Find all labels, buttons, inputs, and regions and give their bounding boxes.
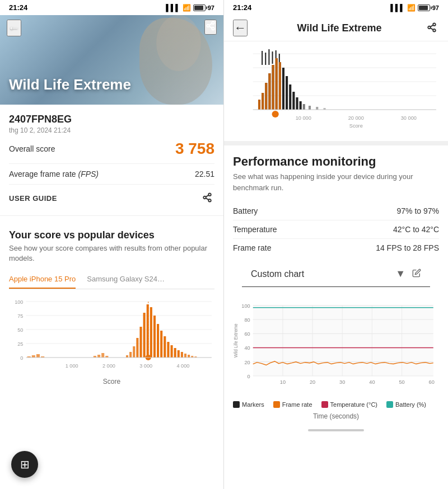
svg-rect-93 <box>309 106 311 110</box>
fab-button[interactable]: ⊞ <box>11 451 38 478</box>
tab-samsung[interactable]: Samsung Galaxy S24 (Ex <box>87 270 165 289</box>
device-tabs: Apple iPhone 15 Pro Samsung Galaxy S24 (… <box>9 270 214 289</box>
svg-rect-91 <box>279 54 280 62</box>
svg-rect-26 <box>101 353 104 358</box>
hero-share-button[interactable] <box>204 20 217 35</box>
legend-framerate: Frame rate <box>273 401 312 408</box>
svg-text:0: 0 <box>20 355 23 361</box>
svg-rect-38 <box>160 331 162 358</box>
battery-row: Battery 97% to 97% <box>233 202 439 220</box>
svg-point-0 <box>212 22 214 25</box>
chart-selector[interactable]: Custom chart ▼ <box>242 261 430 287</box>
svg-text:25: 25 <box>17 341 23 347</box>
svg-point-57 <box>428 26 431 29</box>
svg-rect-44 <box>181 352 183 358</box>
wifi-icon-left: 📶 <box>183 4 191 12</box>
svg-point-7 <box>208 199 211 202</box>
user-guide-label[interactable]: USER GUIDE <box>9 194 57 203</box>
svg-rect-79 <box>258 100 260 110</box>
perf-chart-x-label: Time (seconds) <box>224 412 448 425</box>
svg-rect-78 <box>300 101 302 110</box>
svg-rect-82 <box>268 73 270 110</box>
svg-rect-45 <box>184 354 186 358</box>
svg-point-6 <box>203 196 206 199</box>
svg-rect-81 <box>265 83 267 110</box>
temperature-legend-label: Temperature (°C) <box>330 401 377 408</box>
chart-x-label: Score <box>9 378 214 385</box>
perf-chart-svg: 100 80 60 40 20 0 Wild Life Extreme 10 2… <box>233 303 439 392</box>
svg-rect-33 <box>143 313 146 358</box>
svg-text:75: 75 <box>17 313 23 319</box>
svg-rect-85 <box>279 62 281 110</box>
dropdown-arrow-icon[interactable]: ▼ <box>395 268 405 280</box>
svg-text:60: 60 <box>429 380 435 385</box>
svg-rect-43 <box>178 350 180 358</box>
user-guide-row: USER GUIDE <box>9 185 214 206</box>
svg-point-1 <box>207 25 209 27</box>
temperature-dot <box>321 401 328 408</box>
svg-text:3 000: 3 000 <box>139 363 152 369</box>
svg-rect-77 <box>296 97 298 110</box>
svg-rect-31 <box>136 338 138 358</box>
svg-line-8 <box>206 198 208 200</box>
perf-legend: Markers Frame rate Temperature (°C) Batt… <box>224 399 448 412</box>
svg-text:50: 50 <box>399 380 404 385</box>
comparison-subtitle: See how your score compares with results… <box>9 243 214 264</box>
svg-rect-87 <box>265 53 266 65</box>
svg-text:2 000: 2 000 <box>102 363 115 369</box>
svg-rect-35 <box>150 307 152 358</box>
svg-text:50: 50 <box>17 327 23 333</box>
svg-text:Wild Life Extreme: Wild Life Extreme <box>234 323 239 358</box>
status-icons-right: ▌▌▌ 📶 97 <box>390 4 439 12</box>
battery-icon-right <box>418 4 430 11</box>
svg-text:4 000: 4 000 <box>176 363 189 369</box>
svg-text:60: 60 <box>244 331 250 337</box>
tab-iphone[interactable]: Apple iPhone 15 Pro <box>9 270 76 289</box>
battery-value: 97% to 97% <box>397 206 440 215</box>
svg-text:80: 80 <box>244 317 250 323</box>
battery-legend-label: Battery (%) <box>395 401 426 408</box>
left-panel: 21:24 ▌▌▌ 📶 97 ← Wild Life Extreme 2407F <box>0 0 224 489</box>
svg-rect-42 <box>174 348 176 358</box>
framerate-row: Frame rate 14 FPS to 28 FPS <box>233 239 439 257</box>
legend-temperature: Temperature (°C) <box>321 401 377 408</box>
temperature-label: Temperature <box>233 225 277 234</box>
svg-text:40: 40 <box>369 380 375 385</box>
left-panel-content: 2407FPN8EG thg 10 2, 2024 21:24 Overall … <box>0 105 223 489</box>
svg-rect-89 <box>272 51 273 64</box>
battery-pct-right: 97 <box>432 4 439 11</box>
svg-text:0: 0 <box>248 374 250 379</box>
svg-text:10 000: 10 000 <box>296 115 311 121</box>
svg-text:40: 40 <box>244 346 250 351</box>
perf-section: Performance monitoring See what was happ… <box>224 145 448 296</box>
battery-icon-left <box>193 4 206 11</box>
edit-icon[interactable] <box>412 269 421 280</box>
perf-title: Performance monitoring <box>233 154 439 169</box>
hero-banner: ← Wild Life Extreme <box>0 15 223 105</box>
framerate-legend-label: Frame rate <box>282 401 312 408</box>
svg-text:10: 10 <box>280 380 286 385</box>
svg-rect-22 <box>36 354 40 358</box>
home-bar <box>308 429 364 431</box>
svg-rect-32 <box>139 327 142 358</box>
nav-back-button[interactable]: ← <box>233 20 248 36</box>
framerate-dot <box>273 401 280 408</box>
nav-title: Wild Life Extreme <box>254 22 424 34</box>
svg-rect-80 <box>262 93 264 110</box>
perf-desc: See what was happening inside your devic… <box>233 171 439 193</box>
svg-text:100: 100 <box>15 299 23 305</box>
bar-chart-svg: 100 75 50 25 0 <box>9 296 214 374</box>
result-share-button[interactable] <box>200 190 214 206</box>
top-nav: ← Wild Life Extreme <box>224 15 448 41</box>
status-bar-left: 21:24 ▌▌▌ 📶 97 <box>0 0 223 15</box>
overall-score-row: Overall score 3 758 <box>9 134 214 164</box>
nav-share-button[interactable] <box>424 20 439 36</box>
svg-rect-88 <box>268 49 269 65</box>
svg-rect-84 <box>276 58 278 110</box>
framerate-value: 14 FPS to 28 FPS <box>376 243 439 252</box>
svg-rect-94 <box>316 107 318 110</box>
hero-back-button[interactable]: ← <box>7 20 21 36</box>
temperature-value: 42°C to 42°C <box>393 225 439 234</box>
legend-markers: Markers <box>233 401 264 408</box>
svg-text:30 000: 30 000 <box>401 115 417 121</box>
